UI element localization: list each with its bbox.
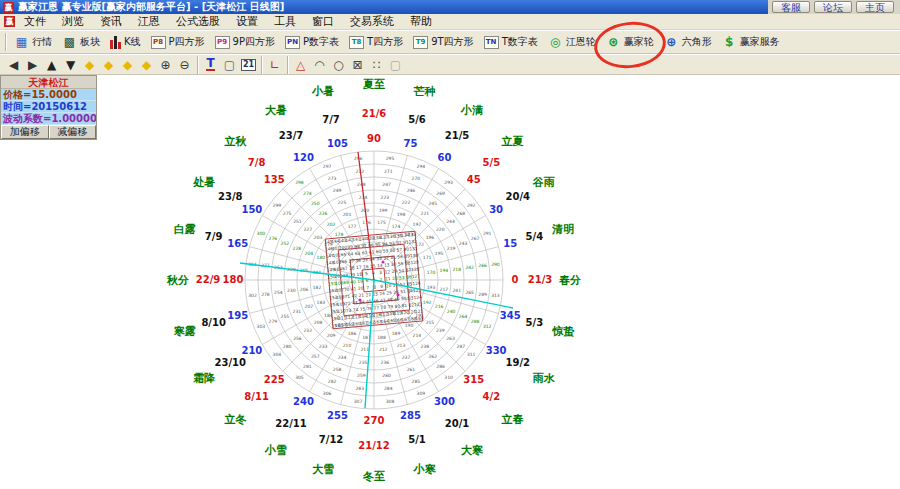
svg-text:155: 155 [330,309,339,315]
svg-text:291: 291 [483,231,492,236]
toolbar-button-hexagon[interactable]: ⊕六角形 [659,32,717,53]
toolbar-button-winner-wheel[interactable]: ⊛赢家轮 [601,32,659,53]
svg-text:283: 283 [355,386,364,391]
t-square-icon: T8 [349,36,364,49]
gann-wheel-chart[interactable]: 021/3春分155/4清明3020/4谷雨455/5立夏6021/5小满755… [0,75,900,489]
svg-text:51: 51 [400,289,406,294]
polygon-tool-icon[interactable]: ⊠ [348,56,367,73]
svg-text:315: 315 [463,374,484,385]
text-tool-icon[interactable]: T [201,56,220,73]
svg-text:279: 279 [269,319,278,324]
triangle-tool-icon[interactable]: △ [291,56,310,73]
arc-tool-icon[interactable]: ◠ [310,56,329,73]
select-box-icon[interactable]: ▢ [220,56,239,73]
svg-text:67: 67 [342,266,348,271]
stretch-h-icon-glyph: ◆ [85,58,94,72]
homepage-button[interactable]: 主页 [856,1,894,13]
menu-gann[interactable]: 江恩 [131,14,167,29]
svg-text:40: 40 [350,279,356,284]
svg-text:135: 135 [264,174,285,185]
svg-text:21/12: 21/12 [358,440,390,451]
toolbar-button-label: 江恩轮 [566,35,596,49]
add-offset-button[interactable]: 加偏移 [1,125,49,139]
menu-help[interactable]: 帮助 [403,14,439,29]
svg-text:223: 223 [381,195,390,200]
stretch-v-icon[interactable]: ◆ [118,56,137,73]
back-icon[interactable]: ◀ [4,56,23,73]
toolbar-button-p-number[interactable]: PNP数字表 [280,32,344,52]
stretch-h-icon[interactable]: ◆ [80,56,99,73]
menu-file[interactable]: 文件 [17,14,53,29]
svg-text:178: 178 [335,232,344,237]
quick-buttons: 客服 论坛 主页 [768,0,900,14]
svg-text:304: 304 [273,352,282,357]
toolbar-button-kline[interactable]: K线 [105,32,146,52]
angle-tool-icon[interactable]: ∟ [265,56,284,73]
svg-text:255: 255 [327,410,348,421]
time-row: 时间=20150612 [1,101,96,113]
circle-tool-icon[interactable]: ○ [329,56,348,73]
compress-v-icon[interactable]: ◆ [137,56,156,73]
svg-text:202: 202 [327,222,336,227]
toolbar-button-p-square[interactable]: P8P四方形 [146,32,210,52]
back-icon-glyph: ◀ [9,58,18,72]
svg-text:72: 72 [345,301,351,306]
customer-service-button[interactable]: 客服 [772,1,810,13]
svg-text:295: 295 [386,156,395,161]
svg-text:307: 307 [354,399,363,404]
menu-browse[interactable]: 浏览 [55,14,91,29]
svg-text:29: 29 [391,269,397,274]
svg-text:99: 99 [347,244,353,249]
menu-tools[interactable]: 工具 [267,14,303,29]
pointer-up-icon-glyph: ▲ [47,58,56,72]
svg-text:34: 34 [369,256,375,261]
svg-text:57: 57 [397,247,403,252]
toolbar-button-t-number[interactable]: TNT数字表 [479,32,543,52]
svg-text:194: 194 [440,268,449,273]
svg-text:311: 311 [467,352,476,357]
menu-window[interactable]: 窗口 [305,14,341,29]
svg-text:124: 124 [413,294,422,300]
sub-offset-button[interactable]: 减偏移 [49,125,97,139]
svg-text:262: 262 [428,354,437,359]
toolbar-button-sector-mosaic[interactable]: ▩板块 [57,32,105,53]
svg-text:215: 215 [426,320,435,325]
svg-text:280: 280 [283,344,292,349]
svg-text:274: 274 [303,191,312,196]
toolbar-button-gann-wheel[interactable]: ◎江恩轮 [543,32,601,53]
toolbar-button-dollar[interactable]: $赢家服务 [717,32,785,53]
zoom-in-icon[interactable]: ⊕ [156,56,175,73]
svg-text:54: 54 [398,268,404,273]
svg-text:98: 98 [354,244,360,249]
disabled-tool-icon[interactable]: ▢ [386,56,405,73]
calendar-icon[interactable]: 21 [239,56,258,73]
menu-news[interactable]: 资讯 [93,14,129,29]
svg-text:197: 197 [413,222,422,227]
svg-text:330: 330 [486,345,507,356]
pointer-up-icon[interactable]: ▲ [42,56,61,73]
menu-trade-system[interactable]: 交易系统 [343,14,401,29]
zoom-out-icon[interactable]: ⊖ [175,56,194,73]
points-tool-icon[interactable]: ∷ [367,56,386,73]
toolbar-button-t9-square[interactable]: T99T四方形 [408,32,478,52]
toolbar-button-p9-square[interactable]: P99P四方形 [210,32,280,52]
svg-text:11: 11 [385,276,391,281]
toolbar-button-quote-grid[interactable]: ▦行情 [9,32,57,53]
svg-text:153: 153 [329,295,338,301]
menu-settings[interactable]: 设置 [229,14,265,29]
t-number-icon: TN [484,36,499,49]
forum-button[interactable]: 论坛 [814,1,852,13]
svg-text:霜降: 霜降 [192,372,215,385]
toolbar-button-t-square[interactable]: T8T四方形 [344,32,408,52]
arc-tool-icon-glyph: ◠ [314,58,324,72]
svg-text:50: 50 [401,296,407,301]
svg-text:冬至: 冬至 [362,470,385,483]
toolbar-separator [5,33,6,51]
pointer-down-icon[interactable]: ▼ [61,56,80,73]
svg-text:75: 75 [360,306,366,311]
forward-icon[interactable]: ▶ [23,56,42,73]
svg-text:45: 45 [366,299,372,304]
menu-formula-stock-pick[interactable]: 公式选股 [169,14,227,29]
compress-h-icon[interactable]: ◆ [99,56,118,73]
toolbar-button-label: 板块 [80,35,100,49]
